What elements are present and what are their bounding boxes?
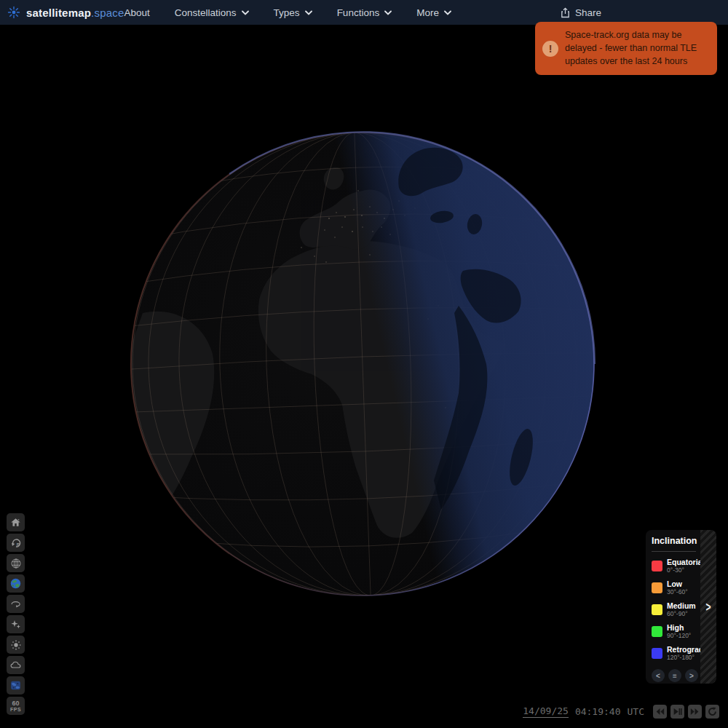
legend-item-equatorial[interactable]: Equatorial 0°-30° [652,558,700,574]
reset-time-button[interactable] [705,705,719,719]
legend-item-retrograde[interactable]: Retrograde 120°-180° [652,645,700,661]
legend-item-medium[interactable]: Medium 60°-90° [652,601,700,617]
wireframe-globe-button[interactable] [7,554,25,572]
view-toolbar: R [7,513,25,715]
chevron-down-icon [444,10,451,15]
svg-text:R: R [16,542,20,546]
legend-range: 120°-180° [667,654,700,661]
satellitemap-logo-icon [7,6,20,19]
nav-label: More [416,7,439,18]
earth-globe[interactable] [0,0,728,728]
fps-toggle-button[interactable]: 60 FPS [7,697,25,715]
panel-collapse-handle[interactable]: > [700,530,716,684]
earth-texture-icon [9,577,22,590]
legend-menu-button[interactable]: ≡ [668,669,681,682]
nav-label: Functions [337,7,380,18]
color-swatch [652,561,662,571]
share-button[interactable]: Share [561,7,601,18]
sun-icon [10,639,22,651]
sparkles-button[interactable] [7,615,25,633]
play-pause-icon [673,707,682,716]
rewind-button[interactable] [653,705,667,719]
orbit-spin-button[interactable] [7,595,25,613]
legend-range: 60°-90° [667,610,696,617]
legend-label: Retrograde [667,645,700,654]
legend-next-button[interactable]: > [685,669,698,682]
legend-label: Medium [667,601,696,610]
globe-viewport[interactable] [0,0,728,728]
alert-circle-icon: ! [542,41,558,57]
brand-logo[interactable]: satellitemap.space [7,6,124,19]
date-display[interactable]: 14/09/25 [523,705,569,718]
panel-title: Inclination [652,536,700,546]
nav-label: Constellations [175,7,237,18]
chevron-right-icon: > [705,599,711,614]
time-controls: 14/09/25 04:19:40 UTC [523,705,719,719]
wireframe-globe-icon [10,558,22,569]
reset-rotation-button[interactable]: R [7,534,25,552]
night-lights-button[interactable] [7,676,25,695]
chevron-down-icon [305,10,312,15]
legend-pager: < ≡ > [652,669,700,682]
sun-button[interactable] [7,636,25,654]
nav-label: About [124,7,150,18]
reset-rotation-icon: R [10,537,22,549]
color-swatch [652,648,662,659]
nav-item-functions[interactable]: Functions [337,7,392,18]
chevron-down-icon [242,10,249,15]
home-button[interactable] [7,513,25,531]
nav-item-constellations[interactable]: Constellations [175,7,249,18]
inclination-panel: Inclination Equatorial 0°-30° Low 30°-60… [646,530,716,684]
brand-tld: .space [91,7,124,19]
chevron-down-icon [384,10,392,15]
fps-value: 60 [12,700,19,707]
inclination-panel-body: Inclination Equatorial 0°-30° Low 30°-60… [646,530,700,684]
fast-forward-button[interactable] [688,705,702,719]
top-navbar: satellitemap.space About Constellations … [0,0,728,25]
color-swatch [652,582,662,593]
legend-prev-button[interactable]: < [652,669,665,682]
nav-item-about[interactable]: About [124,7,150,18]
clouds-button[interactable] [7,656,25,674]
share-icon [561,7,570,18]
legend-range: 90°-120° [667,632,691,639]
cloud-icon [9,659,22,671]
nav-label: Types [274,7,300,18]
orbit-spin-icon [9,598,22,610]
time-display: 04:19:40 [575,706,621,717]
brand-name: satellitemap.space [26,7,124,19]
fast-forward-icon [690,707,700,716]
day-night-terminator [131,132,594,596]
rewind-icon [655,707,665,716]
legend-item-high[interactable]: High 90°-120° [652,623,700,639]
play-pause-button[interactable] [670,705,684,719]
legend-label: High [667,623,691,632]
share-label: Share [575,7,601,18]
legend-label: Equatorial [667,558,700,566]
color-swatch [652,626,662,637]
timezone-label: UTC [628,706,644,717]
main-nav: About Constellations Types Functions Mor… [124,7,561,18]
legend-range: 30°-60° [667,588,688,596]
panel-divider [652,551,696,552]
night-lights-icon [9,679,22,692]
nav-item-more[interactable]: More [416,7,451,18]
legend-range: 0°-30° [667,566,700,574]
sparkles-icon [10,619,22,630]
tle-delay-toast[interactable]: ! Space-track.org data may be delayed - … [535,22,717,75]
earth-texture-button[interactable] [7,574,25,593]
reset-time-icon [708,707,717,716]
toast-message: Space-track.org data may be delayed - fe… [565,29,708,68]
nav-item-types[interactable]: Types [274,7,312,18]
legend-label: Low [667,579,688,588]
home-icon [10,517,21,528]
fps-label: FPS [10,707,21,712]
legend-item-low[interactable]: Low 30°-60° [652,579,700,596]
color-swatch [652,604,662,615]
playback-buttons [653,705,719,719]
